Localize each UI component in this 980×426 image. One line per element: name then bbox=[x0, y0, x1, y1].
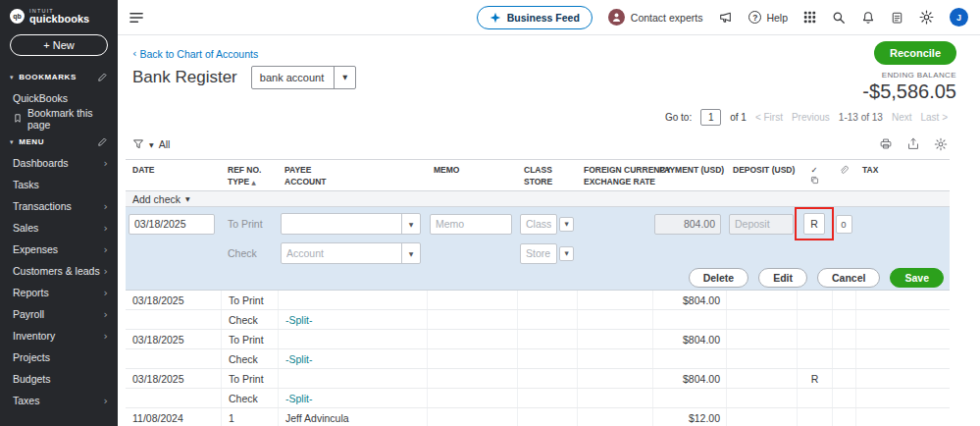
memo-input[interactable] bbox=[430, 214, 512, 235]
bookmark-this-page-button[interactable]: Bookmark this page bbox=[0, 108, 118, 129]
page-number-input[interactable] bbox=[700, 109, 721, 126]
edit-bookmarks-icon[interactable] bbox=[97, 72, 108, 82]
date-input[interactable] bbox=[129, 214, 215, 235]
class-dropdown-button[interactable]: ▼ bbox=[559, 217, 574, 232]
sidebar-item-tasks[interactable]: Tasks bbox=[0, 174, 118, 195]
class-input[interactable] bbox=[520, 214, 557, 235]
business-feed-button[interactable]: Business Feed bbox=[477, 6, 593, 29]
menu-item-label: Projects bbox=[13, 351, 50, 363]
search-icon[interactable] bbox=[832, 11, 846, 25]
cancel-button[interactable]: Cancel bbox=[817, 268, 880, 288]
chevron-down-icon[interactable]: ▼ bbox=[401, 243, 420, 263]
sidebar-item-quickbooks[interactable]: QuickBooks bbox=[0, 87, 118, 108]
cell-memo bbox=[427, 330, 517, 348]
payment-input[interactable] bbox=[654, 214, 721, 235]
sidebar-item-taxes[interactable]: Taxes › bbox=[0, 390, 118, 411]
cell-class bbox=[517, 310, 577, 329]
cell-payee: Jeff Advincula bbox=[278, 408, 427, 426]
register-row-line[interactable]: 03/18/2025 To Print $804.00 bbox=[126, 330, 950, 349]
delete-button[interactable]: Delete bbox=[689, 268, 749, 288]
attachment-count-button[interactable]: 0 bbox=[836, 215, 852, 234]
column-header-attachment[interactable] bbox=[832, 164, 855, 188]
register-row-line[interactable]: 03/18/2025 To Print $804.00 bbox=[126, 291, 950, 310]
sidebar-item-transactions[interactable]: Transactions › bbox=[0, 195, 118, 217]
column-header-reconcile[interactable]: ✓ bbox=[797, 164, 832, 188]
announcements-icon[interactable] bbox=[718, 11, 733, 25]
register-row-line[interactable]: 11/08/2024 1 Jeff Advincula $12.00 bbox=[126, 408, 950, 426]
sidebar-item-expenses[interactable]: Expenses › bbox=[0, 239, 118, 260]
ref-no-value: To Print bbox=[221, 218, 278, 230]
column-header-date[interactable]: DATE bbox=[126, 164, 221, 188]
payee-input[interactable] bbox=[282, 214, 401, 234]
payee-combobox[interactable]: ▼ bbox=[281, 213, 421, 235]
column-header-tax[interactable]: TAX bbox=[855, 164, 950, 188]
user-avatar[interactable]: J bbox=[950, 8, 968, 27]
bookmark-icon bbox=[13, 113, 23, 124]
store-dropdown-button[interactable]: ▼ bbox=[559, 246, 574, 261]
cell-payee: ▼ bbox=[278, 213, 427, 235]
column-header-class-store[interactable]: CLASS STORE bbox=[517, 164, 577, 188]
sidebar-item-reports[interactable]: Reports › bbox=[0, 282, 118, 303]
back-to-chart-of-accounts-link[interactable]: ‹ Back to Chart of Accounts bbox=[132, 48, 258, 60]
register-row-line[interactable]: Check -Split- bbox=[126, 310, 950, 330]
contact-experts-button[interactable]: Contact experts bbox=[608, 9, 703, 26]
deposit-input[interactable] bbox=[729, 214, 794, 235]
add-transaction-row[interactable]: Add check ▼ bbox=[126, 191, 950, 207]
filter-button[interactable]: ▼ All bbox=[132, 138, 170, 150]
help-button[interactable]: ? Help bbox=[748, 11, 788, 24]
previous-page-link[interactable]: Previous bbox=[792, 112, 830, 123]
cell-type: Check bbox=[221, 349, 278, 368]
bookmarks-section-header[interactable]: ▾ BOOKMARKS bbox=[0, 64, 118, 87]
edit-menu-icon[interactable] bbox=[97, 136, 108, 147]
column-header-payment[interactable]: PAYMENT (USD) bbox=[652, 164, 726, 188]
split-link[interactable]: -Split- bbox=[285, 353, 312, 365]
topbar: Business Feed Contact experts ? Help J bbox=[118, 0, 980, 35]
account-input[interactable] bbox=[282, 243, 401, 263]
account-select[interactable]: bank account ▼ bbox=[251, 66, 356, 89]
column-header-deposit[interactable]: DEPOSIT (USD) bbox=[726, 164, 797, 188]
save-button[interactable]: Save bbox=[890, 268, 944, 288]
split-link[interactable]: -Split- bbox=[285, 314, 312, 326]
column-header-memo[interactable]: MEMO bbox=[427, 164, 517, 188]
apps-grid-icon[interactable] bbox=[803, 11, 816, 24]
last-page-link[interactable]: Last > bbox=[920, 112, 948, 123]
next-page-link[interactable]: Next bbox=[892, 112, 912, 123]
settings-icon[interactable] bbox=[919, 10, 934, 25]
table-tools bbox=[879, 137, 948, 151]
column-header-foreign-currency[interactable]: FOREIGN CURRENCY EXCHANGE RATE bbox=[577, 164, 652, 188]
split-link[interactable]: -Split- bbox=[285, 393, 312, 404]
register-row-line[interactable]: Check -Split- bbox=[126, 389, 950, 408]
cell-attachment bbox=[832, 389, 855, 407]
print-icon[interactable] bbox=[879, 137, 893, 151]
sidebar-item-dashboards[interactable]: Dashboards › bbox=[0, 152, 118, 174]
notifications-icon[interactable] bbox=[861, 11, 875, 25]
register-row-line[interactable]: Check -Split- bbox=[126, 349, 950, 369]
column-header-payee-account[interactable]: PAYEE ACCOUNT bbox=[278, 164, 427, 188]
sidebar-item-customers-leads[interactable]: Customers & leads › bbox=[0, 260, 118, 282]
first-page-link[interactable]: < First bbox=[755, 112, 783, 123]
sidebar-item-budgets[interactable]: Budgets bbox=[0, 368, 118, 390]
menu-item-label: Reports bbox=[13, 287, 49, 298]
sidebar-item-payroll[interactable]: Payroll › bbox=[0, 303, 118, 325]
chevron-down-icon[interactable]: ▼ bbox=[401, 214, 420, 234]
table-settings-icon[interactable] bbox=[934, 137, 948, 151]
reconcile-button[interactable]: Reconcile bbox=[874, 41, 956, 65]
cell-deposit bbox=[726, 330, 797, 348]
store-input[interactable] bbox=[520, 243, 557, 264]
export-icon[interactable] bbox=[906, 137, 920, 151]
sidebar-item-sales[interactable]: Sales › bbox=[0, 217, 118, 239]
edit-button[interactable]: Edit bbox=[758, 268, 807, 288]
sidebar-item-inventory[interactable]: Inventory › bbox=[0, 325, 118, 346]
hamburger-menu-icon[interactable] bbox=[129, 12, 144, 24]
edit-line-2: Check ▼ ▼ bbox=[126, 240, 950, 266]
reconcile-status-button[interactable]: R bbox=[803, 213, 825, 235]
column-header-ref-type[interactable]: REF NO. TYPE▲ bbox=[221, 164, 278, 188]
help-icon: ? bbox=[748, 11, 761, 24]
register-row-line[interactable]: 03/18/2025 To Print $804.00 R bbox=[126, 369, 950, 389]
new-button[interactable]: + New bbox=[10, 34, 108, 56]
tasks-icon[interactable] bbox=[891, 11, 903, 25]
menu-section-header[interactable]: ▾ MENU bbox=[0, 129, 118, 152]
account-combobox[interactable]: ▼ bbox=[281, 242, 421, 264]
sidebar-item-projects[interactable]: Projects bbox=[0, 346, 118, 368]
page-count-label: of 1 bbox=[730, 112, 747, 123]
